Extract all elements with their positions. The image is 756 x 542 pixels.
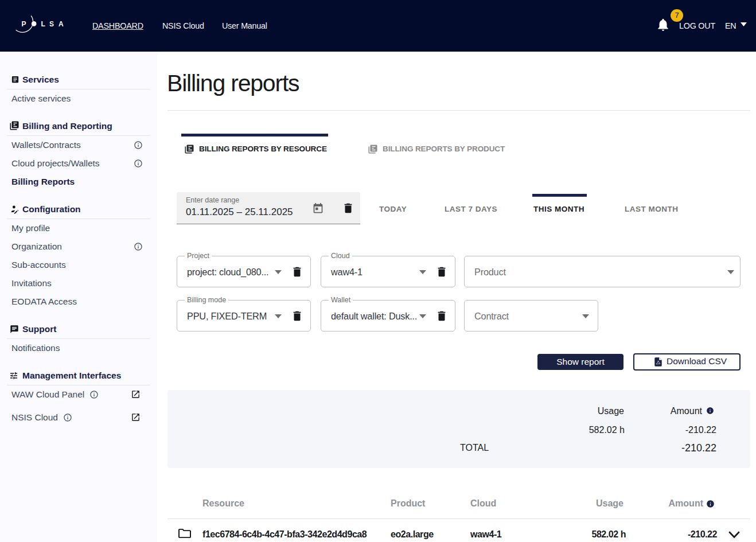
svg-text:P: P (21, 20, 26, 28)
svg-text:A: A (59, 20, 64, 28)
svg-text:S: S (49, 20, 54, 28)
svg-text:L: L (41, 20, 45, 28)
